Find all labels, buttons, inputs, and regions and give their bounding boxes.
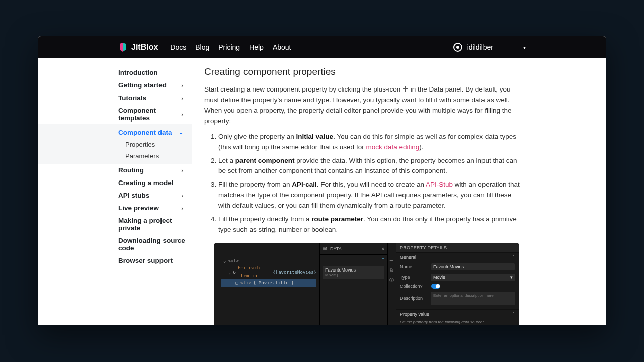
nav-blog[interactable]: Blog — [195, 43, 209, 51]
svg-marker-1 — [123, 43, 126, 52]
sidebar-item-api-stubs[interactable]: API stubs › — [118, 189, 192, 202]
label-type: Type — [400, 275, 431, 280]
step-1: Only give the property an initial value.… — [218, 132, 521, 153]
chevron-right-icon: › — [181, 95, 183, 101]
chevron-down-icon: ▾ — [510, 275, 513, 280]
sidebar-item-label: API stubs — [118, 192, 149, 199]
text: . For this, you will need to create an — [317, 180, 426, 188]
chevron-right-icon: › — [181, 205, 183, 211]
content-area: Creating component properties Start crea… — [192, 58, 606, 325]
text-bold: initial value — [296, 133, 334, 140]
nav-about[interactable]: About — [273, 43, 291, 51]
link-mock-data-editing[interactable]: mock data editing — [366, 143, 419, 151]
sidebar-item-label: Getting started — [118, 81, 167, 89]
steps-list: Only give the property an initial value.… — [204, 132, 521, 235]
text: Fill the property directly from a — [218, 215, 311, 223]
sidebar-item-creating-model[interactable]: Creating a model — [118, 176, 192, 189]
sidebar-item-label: Downloading source code — [118, 237, 186, 252]
value-type: Movie — [433, 275, 445, 280]
logo-icon — [118, 43, 127, 52]
list-icon: ☰ — [389, 258, 393, 263]
chevron-right-icon: › — [181, 193, 183, 199]
nav-pricing[interactable]: Pricing — [218, 43, 240, 51]
sidebar-item-browser-support[interactable]: Browser support — [118, 254, 192, 267]
sidebar-item-routing[interactable]: Routing › — [118, 164, 192, 176]
data-item-type: Movie [ ] — [325, 273, 382, 277]
user-name: idildilber — [467, 43, 493, 51]
svg-marker-0 — [120, 43, 123, 52]
page-title: Creating component properties — [204, 66, 521, 77]
sidebar-item-label: Component templates — [118, 107, 181, 122]
link-api-stub[interactable]: API-Stub — [426, 180, 453, 188]
sidebar-item-label: Tutorials — [118, 94, 146, 102]
app-window: JitBlox Docs Blog Pricing Help About idi… — [38, 36, 606, 325]
sidebar-item-component-data[interactable]: Component data ⌄ — [118, 126, 192, 139]
text-bold: API-call — [292, 180, 317, 188]
brand[interactable]: JitBlox — [118, 43, 158, 52]
intro-paragraph: Start creating a new component property … — [204, 84, 521, 127]
chevron-down-icon: ▾ — [523, 45, 526, 50]
sidebar-item-making-private[interactable]: Making a project private — [118, 214, 192, 234]
editor-screenshot: ‹› ⌄ <ul> ⌄ ↻ For each item in {Favorite… — [214, 243, 519, 325]
step-4: Fill the property directly from a route … — [218, 214, 521, 235]
text-bold: parent component — [235, 157, 295, 164]
sidebar-group-component-data: Component data ⌄ Properties Parameters — [38, 124, 192, 164]
binding-expr: { Movie.Title } — [253, 279, 294, 286]
plus-icon — [403, 86, 409, 92]
chevron-up-icon: ˄ — [512, 255, 515, 260]
label-description: Description — [400, 296, 431, 301]
chevron-up-icon: ˄ — [512, 312, 515, 317]
step-3: Fill the property from an API-call. For … — [218, 179, 521, 211]
property-value-hint: Fill the property from the following dat… — [396, 319, 519, 325]
sidebar-item-label: Creating a model — [118, 179, 174, 187]
chevron-right-icon: › — [181, 167, 183, 173]
sidebar-item-label: Component data — [118, 129, 172, 136]
chevron-down-icon: ⌄ — [179, 129, 183, 136]
sidebar: Introduction Getting started › Tutorials… — [38, 58, 192, 325]
sidebar-item-label: Browser support — [118, 257, 173, 264]
ul-tag: <ul> — [228, 257, 239, 264]
sidebar-item-getting-started[interactable]: Getting started › — [118, 79, 192, 92]
property-details-panel: ☰ ⧉ ⓘ PROPERTY DETAILS General˄ NameFavo… — [388, 243, 519, 325]
plus-icon: + — [382, 256, 384, 261]
brand-name: JitBlox — [131, 43, 158, 52]
sidebar-subitem-properties[interactable]: Properties — [118, 139, 192, 150]
template-tree-panel: ⌄ <ul> ⌄ ↻ For each item in {FavoriteMov… — [214, 243, 320, 325]
text: Fill the property from an — [218, 180, 292, 188]
user-menu[interactable]: idildilber ▾ — [453, 43, 526, 52]
section-property-value: Property value — [400, 312, 429, 317]
sidebar-item-downloading[interactable]: Downloading source code — [118, 234, 192, 254]
nav-links: Docs Blog Pricing Help About — [170, 43, 291, 51]
info-icon: ⓘ — [389, 277, 394, 284]
text-bold: route parameter — [311, 215, 363, 223]
description-field — [431, 292, 515, 305]
text: Let a — [218, 157, 235, 164]
data-icon: ⛁ — [323, 246, 327, 251]
data-item-name: FavoriteMovies — [325, 267, 382, 273]
panel-title: PROPERTY DETAILS — [396, 243, 519, 252]
label-name: Name — [400, 264, 431, 269]
sidebar-item-label: Live preview — [118, 204, 159, 212]
sidebar-subitem-parameters[interactable]: Parameters — [118, 150, 192, 162]
sidebar-item-component-templates[interactable]: Component templates › — [118, 104, 192, 124]
text: ). — [419, 143, 423, 151]
data-panel: ⛁DATA × + FavoriteMovies Movie [ ] — [320, 243, 388, 325]
sidebar-item-tutorials[interactable]: Tutorials › — [118, 92, 192, 104]
text: Only give the property an — [218, 133, 296, 140]
top-nav: JitBlox Docs Blog Pricing Help About idi… — [38, 36, 606, 58]
sidebar-item-live-preview[interactable]: Live preview › — [118, 202, 192, 214]
li-tag: <li> — [240, 279, 251, 286]
nav-help[interactable]: Help — [249, 43, 264, 51]
close-icon: × — [382, 246, 384, 251]
step-2: Let a parent component provide the data.… — [218, 156, 521, 177]
toggle-collection — [431, 284, 440, 289]
nav-docs[interactable]: Docs — [170, 43, 186, 51]
sidebar-item-introduction[interactable]: Introduction — [118, 66, 192, 79]
chevron-right-icon: › — [181, 111, 183, 117]
value-name: FavoriteMovies — [431, 263, 515, 270]
data-item: FavoriteMovies Movie [ ] — [323, 266, 384, 279]
binding-name: {FavoriteMovies} — [273, 268, 316, 276]
sidebar-item-label: Introduction — [118, 69, 158, 76]
section-general: General — [400, 255, 416, 260]
avatar-icon — [453, 43, 462, 52]
